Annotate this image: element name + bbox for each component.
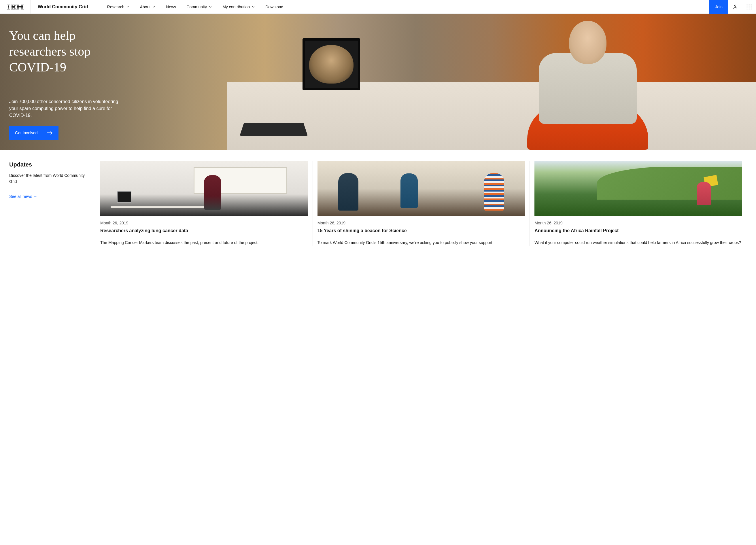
news-cards: Month 26, 2019 Researchers analyzing lun…: [96, 161, 747, 246]
arrow-right-icon: [47, 131, 53, 135]
chevron-down-icon: [209, 5, 212, 9]
nav-label: Download: [265, 5, 283, 9]
svg-rect-5: [8, 8, 9, 9]
user-button[interactable]: [728, 0, 742, 14]
svg-point-38: [751, 4, 752, 5]
cta-label: Get Involved: [15, 130, 38, 135]
svg-rect-7: [7, 10, 10, 10]
card-description: What if your computer could run weather …: [534, 240, 742, 246]
svg-rect-29: [21, 7, 23, 8]
main-nav: Research About News Community My contrib…: [102, 0, 710, 14]
svg-rect-15: [14, 8, 16, 9]
nav-download[interactable]: Download: [260, 0, 288, 14]
svg-rect-10: [12, 5, 13, 6]
svg-point-40: [749, 6, 750, 7]
nav-community[interactable]: Community: [181, 0, 217, 14]
svg-rect-23: [21, 5, 23, 6]
svg-rect-11: [14, 5, 16, 6]
svg-rect-26: [21, 6, 23, 7]
svg-point-42: [747, 8, 748, 9]
site-name[interactable]: World Community Grid: [31, 4, 95, 10]
svg-rect-2: [8, 5, 9, 6]
svg-rect-22: [17, 5, 19, 6]
chevron-down-icon: [152, 5, 156, 9]
card-date: Month 26, 2019: [100, 221, 308, 225]
svg-rect-27: [17, 7, 19, 8]
svg-rect-25: [19, 6, 21, 7]
svg-rect-24: [17, 6, 19, 7]
hero-section: You can help researchers stop COVID-19 J…: [0, 14, 756, 150]
hero-subtitle: Join 700,000 other concerned citizens in…: [9, 98, 119, 119]
svg-point-41: [751, 6, 752, 7]
news-card[interactable]: Month 26, 2019 Researchers analyzing lun…: [96, 161, 313, 246]
nav-my-contribution[interactable]: My contribution: [217, 0, 260, 14]
get-involved-button[interactable]: Get Involved: [9, 126, 58, 140]
see-all-news-link[interactable]: See all news →: [9, 194, 37, 199]
svg-point-37: [749, 4, 750, 5]
card-date: Month 26, 2019: [534, 221, 742, 225]
svg-rect-19: [21, 4, 24, 4]
svg-rect-17: [11, 10, 15, 10]
hero-title: You can help researchers stop COVID-19: [9, 28, 135, 75]
svg-rect-35: [21, 10, 24, 10]
card-title: Announcing the Africa Rainfall Project: [534, 228, 742, 234]
svg-rect-3: [8, 6, 9, 7]
svg-rect-1: [7, 5, 10, 5]
svg-rect-9: [11, 5, 16, 5]
svg-rect-13: [12, 7, 15, 8]
card-description: The Mapping Cancer Markers team discusse…: [100, 240, 308, 246]
svg-rect-18: [16, 4, 19, 4]
svg-rect-30: [17, 8, 19, 9]
svg-rect-28: [20, 7, 20, 8]
nav-label: News: [166, 5, 176, 9]
chevron-down-icon: [252, 5, 255, 9]
svg-rect-14: [12, 8, 13, 9]
card-image: [317, 161, 525, 216]
nav-label: My contribution: [222, 5, 250, 9]
svg-point-44: [751, 8, 752, 9]
svg-rect-0: [7, 4, 10, 4]
svg-rect-34: [16, 10, 19, 10]
card-date: Month 26, 2019: [317, 221, 525, 225]
svg-point-39: [747, 6, 748, 7]
updates-section: Updates Discover the latest from World C…: [0, 150, 756, 257]
svg-rect-31: [21, 8, 23, 9]
user-icon: [732, 4, 738, 10]
svg-rect-4: [8, 7, 9, 8]
card-image: [534, 161, 742, 216]
nav-label: Community: [186, 5, 207, 9]
ibm-logo-icon: [7, 4, 24, 10]
svg-rect-8: [11, 4, 15, 4]
svg-rect-33: [21, 9, 24, 10]
svg-rect-32: [16, 9, 19, 10]
nav-label: Research: [107, 5, 124, 9]
svg-rect-12: [12, 6, 15, 7]
nav-news[interactable]: News: [161, 0, 181, 14]
nav-research[interactable]: Research: [102, 0, 135, 14]
card-title: 15 Years of shining a beacon for Science: [317, 228, 525, 234]
hero-content: You can help researchers stop COVID-19 J…: [0, 14, 144, 150]
svg-rect-6: [7, 9, 10, 10]
card-description: To mark World Community Grid's 15th anni…: [317, 240, 525, 246]
chevron-down-icon: [126, 5, 130, 9]
updates-sidebar: Updates Discover the latest from World C…: [9, 161, 90, 246]
apps-grid-icon: [746, 4, 752, 10]
card-title: Researchers analyzing lung cancer data: [100, 228, 308, 234]
svg-point-36: [747, 4, 748, 5]
svg-rect-16: [11, 9, 16, 10]
updates-description: Discover the latest from World Community…: [9, 173, 90, 185]
svg-rect-21: [21, 5, 24, 5]
apps-button[interactable]: [742, 0, 756, 14]
updates-heading: Updates: [9, 161, 90, 168]
news-card[interactable]: Month 26, 2019 15 Years of shining a bea…: [313, 161, 530, 246]
nav-about[interactable]: About: [135, 0, 161, 14]
header-right: Join: [709, 0, 756, 14]
svg-point-43: [749, 8, 750, 9]
svg-rect-20: [16, 5, 19, 5]
card-image: [100, 161, 308, 216]
news-card[interactable]: Month 26, 2019 Announcing the Africa Rai…: [530, 161, 747, 246]
main-header: World Community Grid Research About News…: [0, 0, 756, 14]
nav-label: About: [140, 5, 151, 9]
join-button[interactable]: Join: [709, 0, 728, 14]
ibm-logo[interactable]: [0, 0, 31, 14]
